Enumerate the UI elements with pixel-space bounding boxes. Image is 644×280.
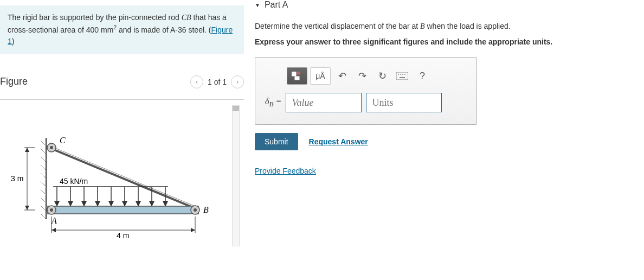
value-input[interactable] bbox=[286, 93, 362, 112]
svg-point-17 bbox=[50, 208, 53, 212]
svg-marker-38 bbox=[163, 201, 168, 206]
svg-line-2 bbox=[41, 149, 46, 154]
keyboard-button[interactable] bbox=[394, 67, 411, 85]
svg-point-14 bbox=[50, 146, 53, 149]
svg-line-7 bbox=[41, 189, 46, 195]
label-load: 45 kN/m bbox=[60, 177, 88, 186]
label-B: B bbox=[203, 205, 209, 214]
figure-next-button[interactable]: › bbox=[231, 75, 244, 88]
svg-marker-22 bbox=[55, 201, 59, 206]
part-header-text: Part A bbox=[265, 0, 288, 10]
problem-text-4: ) bbox=[12, 37, 15, 46]
label-height: 3 m bbox=[11, 174, 23, 183]
template-button[interactable] bbox=[287, 67, 307, 85]
svg-marker-46 bbox=[191, 228, 195, 232]
svg-line-10 bbox=[41, 214, 46, 219]
problem-text-3: and is made of A-36 steel. ( bbox=[117, 26, 211, 34]
part-header[interactable]: Part A bbox=[255, 0, 633, 21]
svg-rect-57 bbox=[400, 77, 405, 78]
figure-nav-text: 1 of 1 bbox=[208, 78, 227, 86]
svg-marker-34 bbox=[136, 201, 140, 206]
delta-label: δB = bbox=[265, 97, 281, 109]
units-input[interactable] bbox=[366, 93, 442, 112]
svg-marker-30 bbox=[109, 201, 113, 206]
svg-point-54 bbox=[400, 74, 401, 75]
problem-statement: The rigid bar is supported by the pin-co… bbox=[0, 5, 244, 54]
svg-point-53 bbox=[398, 74, 399, 75]
figure-title: Figure bbox=[0, 76, 28, 87]
redo-button[interactable]: ↷ bbox=[353, 67, 371, 85]
svg-line-9 bbox=[41, 206, 46, 211]
units-button[interactable]: μÅ bbox=[310, 67, 331, 85]
svg-line-12 bbox=[51, 147, 195, 206]
svg-rect-50 bbox=[297, 72, 300, 74]
svg-line-6 bbox=[41, 181, 46, 187]
rod-label: CB bbox=[182, 14, 191, 22]
answer-box: μÅ ↶ ↷ ↻ ? δB = bbox=[255, 57, 477, 125]
figure-area: C A B bbox=[0, 99, 244, 251]
figure-prev-button[interactable]: ‹ bbox=[190, 75, 203, 88]
help-button[interactable]: ? bbox=[414, 67, 431, 85]
label-A: A bbox=[51, 216, 57, 225]
svg-marker-32 bbox=[123, 201, 127, 206]
svg-marker-36 bbox=[150, 201, 154, 206]
provide-feedback-link[interactable]: Provide Feedback bbox=[255, 167, 316, 175]
svg-marker-28 bbox=[95, 201, 100, 206]
label-width: 4 m bbox=[117, 231, 129, 240]
svg-line-5 bbox=[41, 173, 46, 179]
undo-button[interactable]: ↶ bbox=[333, 67, 351, 85]
svg-rect-15 bbox=[48, 206, 198, 214]
figure-diagram: C A B bbox=[11, 132, 217, 241]
svg-point-55 bbox=[402, 74, 403, 75]
svg-rect-49 bbox=[292, 72, 296, 76]
svg-marker-45 bbox=[51, 228, 56, 232]
unit: mm bbox=[101, 26, 113, 34]
svg-line-4 bbox=[41, 165, 46, 170]
instruction-text: Express your answer to three significant… bbox=[255, 37, 633, 46]
problem-text-1: The rigid bar is supported by the pin-co… bbox=[8, 13, 182, 22]
svg-marker-26 bbox=[82, 201, 86, 206]
submit-button[interactable]: Submit bbox=[255, 133, 298, 150]
svg-marker-24 bbox=[68, 201, 73, 206]
svg-rect-52 bbox=[396, 72, 408, 80]
reset-button[interactable]: ↻ bbox=[373, 67, 391, 85]
request-answer-link[interactable]: Request Answer bbox=[309, 137, 368, 146]
scrollbar[interactable] bbox=[232, 105, 240, 246]
svg-line-1 bbox=[41, 141, 46, 146]
svg-rect-51 bbox=[295, 77, 299, 80]
svg-point-56 bbox=[404, 74, 405, 75]
svg-marker-40 bbox=[25, 148, 29, 152]
svg-line-8 bbox=[41, 198, 46, 203]
question-text: Determine the vertical displacement of t… bbox=[255, 21, 633, 32]
label-C: C bbox=[60, 136, 66, 145]
svg-point-19 bbox=[194, 208, 197, 212]
svg-line-3 bbox=[41, 157, 46, 162]
svg-marker-41 bbox=[25, 206, 29, 210]
